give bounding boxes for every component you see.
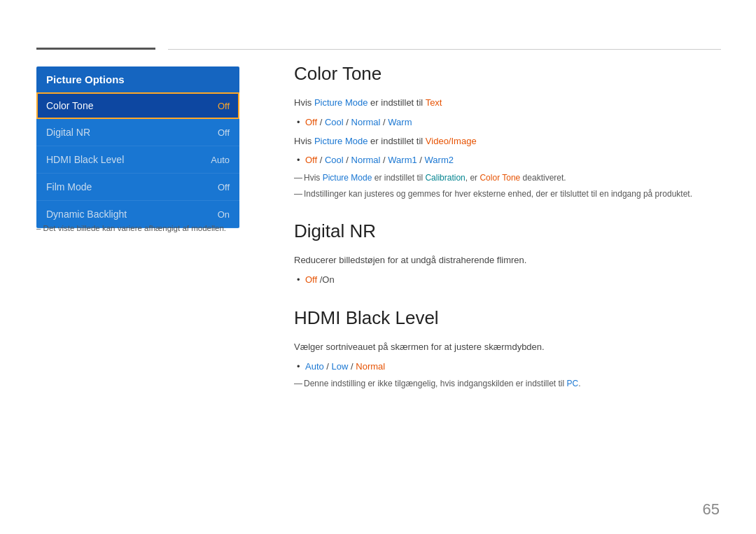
section-title-hdmi-black-level: HDMI Black Level (294, 307, 728, 329)
top-line-right (168, 49, 721, 50)
menu-item-label: Film Mode (46, 181, 92, 192)
bullet-list-2: Off / Cool / Normal / Warm1 / Warm2 (294, 152, 728, 168)
menu-item-value: Off (218, 127, 230, 138)
bullet-list-1: Auto / Low / Normal (294, 358, 728, 374)
panel-title: Picture Options (36, 66, 239, 92)
note-1: Hvis Picture Mode er indstillet til Cali… (294, 171, 728, 185)
page-number: 65 (703, 500, 720, 519)
paragraph: Vælger sortniveauet på skærmen for at ju… (294, 339, 728, 355)
section-body-hdmi-black-level: Vælger sortniveauet på skærmen for at ju… (294, 339, 728, 391)
menu-item-hdmi-black-level[interactable]: HDMI Black LevelAuto (36, 146, 239, 174)
left-panel: Picture Options Color ToneOffDigital NRO… (36, 66, 239, 228)
note-2: Indstillinger kan justeres og gemmes for… (294, 188, 728, 201)
list-item: Auto / Low / Normal (294, 358, 728, 374)
menu-item-value: On (218, 209, 230, 220)
menu-list: Color ToneOffDigital NROffHDMI Black Lev… (36, 92, 239, 228)
top-line-left (36, 48, 155, 50)
section-title-digital-nr: Digital NR (294, 220, 728, 242)
section-color-tone: Color ToneHvis Picture Mode er indstille… (294, 63, 728, 201)
section-title-color-tone: Color Tone (294, 63, 728, 85)
menu-item-digital-nr[interactable]: Digital NROff (36, 119, 239, 146)
list-item: Off / Cool / Normal / Warm (294, 114, 728, 130)
paragraph: Reducerer billedstøjen for at undgå dist… (294, 252, 728, 268)
menu-item-value: Auto (211, 155, 230, 165)
section-body-color-tone: Hvis Picture Mode er indstillet til Text… (294, 94, 728, 201)
bullet-list-1: Off / Cool / Normal / Warm (294, 114, 728, 130)
menu-item-film-mode[interactable]: Film ModeOff (36, 174, 239, 201)
list-item: Off /On (294, 272, 728, 288)
menu-item-label: Dynamic Backlight (46, 209, 127, 220)
menu-item-label: Color Tone (46, 100, 93, 111)
menu-item-value: Off (218, 101, 230, 111)
section-hdmi-black-level: HDMI Black LevelVælger sortniveauet på s… (294, 307, 728, 391)
paragraph: Hvis Picture Mode er indstillet til Text (294, 94, 728, 111)
menu-item-label: Digital NR (46, 127, 90, 138)
paragraph-2: Hvis Picture Mode er indstillet til Vide… (294, 133, 728, 149)
note-1: Denne indstilling er ikke tilgængelig, h… (294, 377, 728, 391)
section-digital-nr: Digital NRReducerer billedstøjen for at … (294, 220, 728, 288)
section-body-digital-nr: Reducerer billedstøjen for at undgå dist… (294, 252, 728, 288)
right-content: Color ToneHvis Picture Mode er indstille… (294, 63, 728, 410)
menu-item-label: HDMI Black Level (46, 154, 124, 165)
panel-note: – Det viste billede kan variere afhængig… (36, 224, 226, 232)
menu-item-value: Off (218, 182, 230, 192)
menu-item-color-tone[interactable]: Color ToneOff (36, 92, 239, 119)
bullet-list-1: Off /On (294, 272, 728, 288)
list-item: Off / Cool / Normal / Warm1 / Warm2 (294, 152, 728, 168)
